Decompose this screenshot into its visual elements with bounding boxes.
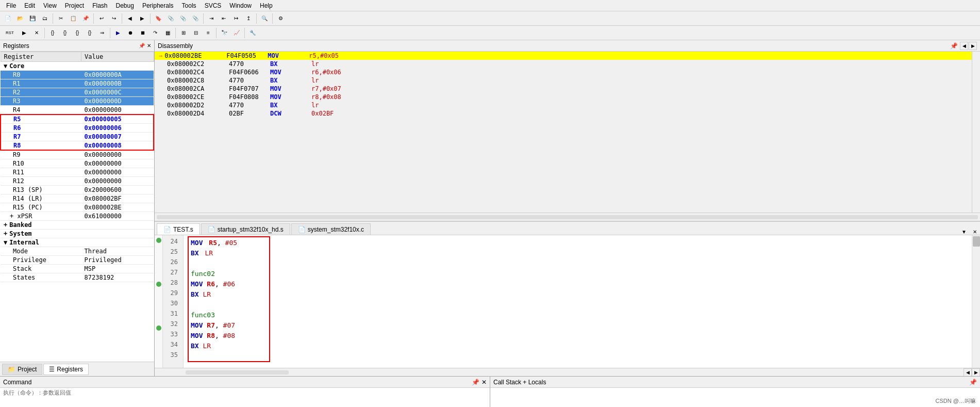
menu-debug[interactable]: Debug: [112, 1, 138, 10]
bookmark4-btn[interactable]: 📎: [190, 13, 201, 24]
command-content[interactable]: 执行（命令）：参数返回值: [0, 388, 490, 407]
find-btn[interactable]: 🔍: [259, 13, 270, 24]
bookmark2-btn[interactable]: 📎: [165, 13, 176, 24]
tab-registers[interactable]: ☰ Registers: [43, 364, 89, 375]
tool-btn[interactable]: 🔧: [247, 27, 258, 39]
code-hscrollbar[interactable]: ◀ ▶: [155, 368, 980, 376]
reg-row-r4[interactable]: R4 0x00000000: [1, 106, 154, 115]
reg-row-r12[interactable]: R12 0x00000000: [1, 177, 154, 186]
menu-edit[interactable]: Edit: [20, 1, 39, 10]
disasm-nav-next[interactable]: ▶: [969, 42, 977, 50]
menu-svcs[interactable]: SVCS: [201, 1, 226, 10]
reg-row-r1[interactable]: R1 0x0000000B: [1, 79, 154, 88]
menu-tools[interactable]: Tools: [178, 1, 201, 10]
menu-window[interactable]: Window: [225, 1, 256, 10]
paste-btn[interactable]: 📌: [80, 13, 91, 24]
menu-file[interactable]: File: [2, 1, 20, 10]
bookmark-btn[interactable]: 🔖: [153, 13, 164, 24]
reg-row-r10[interactable]: R10 0x00000000: [1, 159, 154, 168]
core-collapse-icon[interactable]: ▼: [4, 62, 7, 70]
indent2-btn[interactable]: ↦: [230, 13, 242, 24]
code-vscrollbar[interactable]: [972, 235, 980, 368]
cs-pin-icon[interactable]: 📌: [969, 379, 977, 386]
nav-back-btn[interactable]: ◀: [124, 13, 136, 24]
disassembly-content[interactable]: → 0x080002BE F04F0505 MOV r5,#0x05 0x080…: [155, 52, 972, 213]
reg-row-r6[interactable]: R6 0x00000006: [1, 124, 154, 133]
outdent-btn[interactable]: ⇤: [218, 13, 229, 24]
debug-braces3[interactable]: {}: [72, 27, 83, 39]
reg-row-r13[interactable]: R13 (SP) 0x20000600: [1, 186, 154, 194]
reg-row-r0[interactable]: R0 0x0000000A: [1, 71, 154, 79]
reg-row-r14[interactable]: R14 (LR) 0x080002BF: [1, 194, 154, 203]
reg-row-r3[interactable]: R3 0x0000000D: [1, 97, 154, 106]
step-display-btn[interactable]: ▦: [162, 27, 173, 39]
run-btn[interactable]: ▶: [112, 27, 124, 39]
reg-row-r5[interactable]: R5 0x00000005: [1, 115, 154, 124]
func02-label: func02: [191, 270, 215, 278]
registers-pin-icon[interactable]: 📌: [139, 43, 145, 48]
disasm-pin-icon[interactable]: 📌: [950, 42, 958, 50]
reg-row-r11[interactable]: R11 0x00000000: [1, 168, 154, 177]
rst-btn[interactable]: RST: [2, 27, 18, 39]
menu-peripherals[interactable]: Peripherals: [138, 1, 178, 10]
debug-btn1[interactable]: ▶: [19, 27, 30, 39]
tab-startup[interactable]: 📄 startup_stm32f10x_hd.s: [201, 223, 290, 235]
debug-braces4[interactable]: {}: [84, 27, 95, 39]
open-btn[interactable]: 📂: [14, 13, 26, 24]
indent3-btn[interactable]: ↥: [243, 13, 254, 24]
menu-help[interactable]: Help: [256, 1, 277, 10]
xpsr-expand-icon[interactable]: +: [10, 213, 13, 220]
window2-btn[interactable]: ⊟: [190, 27, 202, 39]
reg-row-r2[interactable]: R2 0x0000000C: [1, 88, 154, 97]
save-btn[interactable]: 💾: [27, 13, 38, 24]
run2-btn[interactable]: ⏺: [125, 27, 136, 39]
debug-btn2[interactable]: ✕: [31, 27, 42, 39]
disasm-hscrollbar[interactable]: [155, 213, 980, 221]
bookmark3-btn[interactable]: 📎: [177, 13, 189, 24]
registers-scroll[interactable]: Register Value ▼ Core: [0, 52, 154, 362]
menu-flash[interactable]: Flash: [88, 1, 111, 10]
logic-btn[interactable]: 📈: [231, 27, 242, 39]
tab-system[interactable]: 📄 system_stm32f10x.c: [291, 223, 371, 235]
cmd-close-icon[interactable]: ✕: [481, 379, 487, 386]
cut-btn[interactable]: ✂: [55, 13, 67, 24]
banked-expand-icon[interactable]: +: [4, 221, 7, 229]
menu-project[interactable]: Project: [61, 1, 88, 10]
save-all-btn[interactable]: 🗂: [39, 13, 51, 24]
settings-btn[interactable]: ⚙: [275, 13, 286, 24]
reg-row-xpsr[interactable]: + xPSR 0x61000000: [1, 212, 154, 221]
run3-btn[interactable]: ⏹: [137, 27, 148, 39]
reg-row-r15[interactable]: R15 (PC) 0x080002BE: [1, 203, 154, 212]
tab-tests[interactable]: 📄 TEST.s: [157, 223, 200, 235]
window3-btn[interactable]: ≡: [203, 27, 214, 39]
code-lines[interactable]: MOV R5 , #05 BX LR: [184, 235, 972, 368]
debug-braces1[interactable]: {}: [47, 27, 58, 39]
tab-close-btn[interactable]: ✕: [970, 229, 980, 235]
cmd-pin-icon[interactable]: 📌: [472, 379, 479, 386]
reg-row-r8[interactable]: R8 0x00000008: [1, 141, 154, 151]
copy-btn[interactable]: 📋: [68, 13, 79, 24]
debug-braces2[interactable]: {}: [59, 27, 71, 39]
system-expand-icon[interactable]: +: [4, 230, 7, 237]
debug-arrow[interactable]: ⇒: [96, 27, 108, 39]
step-over-btn[interactable]: ↷: [150, 27, 161, 39]
callstack-content[interactable]: [490, 388, 980, 407]
nav-fwd-btn[interactable]: ▶: [137, 13, 148, 24]
window-btn[interactable]: ⊞: [178, 27, 189, 39]
reg-row-r9[interactable]: R9 0x00000000: [1, 150, 154, 159]
menu-view[interactable]: View: [39, 1, 61, 10]
indent-btn[interactable]: ⇥: [206, 13, 217, 24]
internal-expand-icon[interactable]: ▼: [4, 239, 7, 246]
scope-btn[interactable]: 🔭: [219, 27, 230, 39]
disasm-scrollbar[interactable]: [972, 52, 980, 213]
tab-project[interactable]: 📁 Project: [2, 364, 42, 375]
tab-dropdown-btn[interactable]: ▼: [958, 229, 970, 235]
disasm-nav-prev[interactable]: ◀: [960, 42, 968, 50]
redo-btn[interactable]: ↪: [108, 13, 120, 24]
registers-close-icon[interactable]: ✕: [147, 43, 151, 48]
new-btn[interactable]: 📄: [2, 13, 13, 24]
undo-btn[interactable]: ↩: [96, 13, 107, 24]
reg-row-r7[interactable]: R7 0x00000007: [1, 133, 154, 141]
code-hscroll-right[interactable]: ▶: [972, 368, 980, 377]
code-hscroll-left[interactable]: ◀: [964, 368, 972, 377]
